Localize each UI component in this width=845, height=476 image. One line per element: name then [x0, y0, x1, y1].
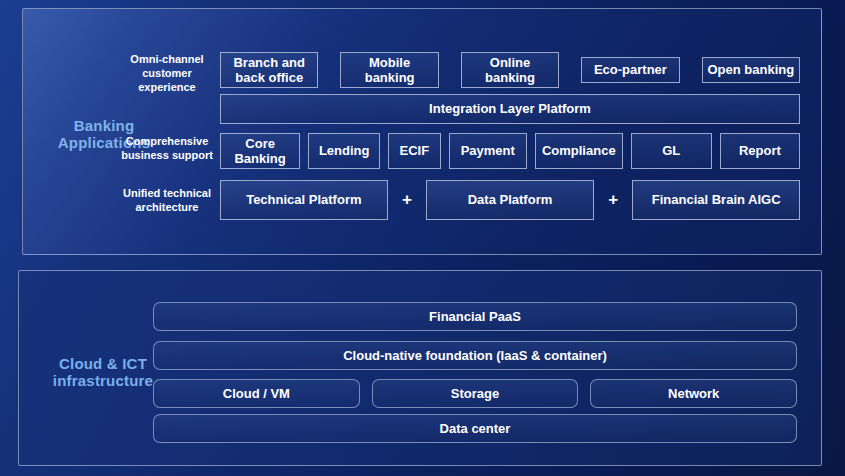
cloud-ict-title: Cloud & ICT infrastructure: [39, 355, 167, 390]
plus-sign: +: [388, 190, 427, 210]
integration-layer-platform-bar: Integration Layer Platform: [220, 94, 800, 124]
business-box-report: Report: [720, 133, 800, 169]
resource-boxes-row: Cloud / VM Storage Network: [153, 379, 797, 408]
resource-box-network: Network: [590, 379, 797, 408]
business-box-ecif: ECIF: [388, 133, 440, 169]
business-support-row-label: Comprehensive business support: [117, 135, 217, 163]
unified-architecture-row-label: Unified technical architecture: [117, 187, 217, 215]
financial-paas-bar: Financial PaaS: [153, 302, 797, 331]
tech-box-data-platform: Data Platform: [426, 180, 594, 220]
tech-box-financial-brain-aigc: Financial Brain AIGC: [632, 180, 800, 220]
channel-box-online-banking: Online banking: [461, 52, 559, 89]
channel-box-mobile-banking: Mobile banking: [340, 52, 438, 89]
business-boxes-row: Core Banking Lending ECIF Payment Compli…: [220, 133, 800, 169]
resource-box-storage: Storage: [372, 379, 579, 408]
resource-box-cloud-vm: Cloud / VM: [153, 379, 360, 408]
business-box-lending: Lending: [308, 133, 380, 169]
business-box-payment: Payment: [449, 133, 527, 169]
omni-channel-row-label: Omni-channel customer experience: [117, 53, 217, 94]
channel-box-branch-back-office: Branch and back office: [220, 52, 318, 89]
infrastructure-stack: Financial PaaS Cloud-native foundation (…: [153, 271, 797, 467]
tech-box-technical-platform: Technical Platform: [220, 180, 388, 220]
banking-applications-panel: Banking Applications Omni-channel custom…: [22, 8, 822, 255]
channel-boxes-row: Branch and back office Mobile banking On…: [220, 51, 800, 89]
data-center-bar: Data center: [153, 414, 797, 443]
business-box-gl: GL: [631, 133, 712, 169]
cloud-native-foundation-bar: Cloud-native foundation (IaaS & containe…: [153, 341, 797, 370]
channel-box-eco-partner: Eco-partner: [581, 57, 679, 83]
tech-boxes-row: Technical Platform + Data Platform + Fin…: [220, 180, 800, 220]
plus-sign: +: [594, 190, 633, 210]
cloud-ict-infrastructure-panel: Cloud & ICT infrastructure Financial Paa…: [18, 270, 822, 466]
business-box-core-banking: Core Banking: [220, 133, 300, 169]
business-box-compliance: Compliance: [535, 133, 623, 169]
channel-box-open-banking: Open banking: [702, 57, 800, 83]
